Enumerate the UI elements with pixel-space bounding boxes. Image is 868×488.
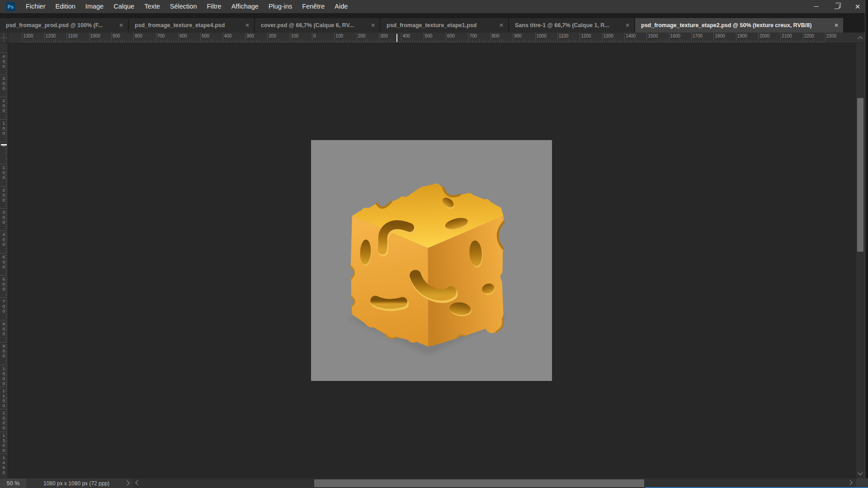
document-tab-6[interactable]: psd_fromage_texture_etape2.psd @ 50% (te… (635, 18, 843, 33)
v-ruler-tick (5, 137, 7, 137)
h-ruler-tick (55, 39, 56, 42)
h-ruler-label: 1300 (604, 33, 613, 38)
v-ruler-tick (5, 260, 7, 260)
v-ruler-tick (0, 432, 7, 432)
h-ruler-tick (441, 41, 442, 42)
menu-item-edition[interactable]: Edition (51, 0, 80, 13)
document-canvas[interactable] (311, 140, 552, 381)
document-dimensions: 1080 px x 1080 px (72 ppp) (43, 480, 109, 487)
tab-close-icon[interactable]: ✕ (830, 22, 843, 28)
scroll-right-button[interactable] (846, 479, 854, 487)
h-ruler-tick (519, 41, 520, 42)
v-ruler-tick (5, 235, 7, 235)
h-ruler-tick (89, 33, 90, 42)
scroll-down-button[interactable] (856, 469, 864, 477)
restore-button[interactable] (826, 0, 847, 13)
tab-close-icon[interactable]: ✕ (241, 22, 254, 28)
h-ruler-tick (615, 41, 616, 42)
h-ruler-tick (292, 41, 292, 42)
menu-item-calque[interactable]: Calque (108, 0, 139, 13)
h-ruler-tick (741, 41, 741, 42)
document-tab-1[interactable]: psd_fromage_prod.psd @ 100% (F...✕ (0, 18, 128, 33)
tab-close-icon[interactable]: ✕ (367, 22, 380, 28)
h-ruler-tick (354, 41, 355, 42)
h-ruler-tick (780, 33, 781, 42)
ruler-origin-box[interactable] (0, 33, 8, 43)
menu-item-plug-ins[interactable]: Plug-ins (264, 0, 297, 13)
v-ruler-tick (5, 411, 7, 412)
menu-item-image[interactable]: Image (80, 0, 108, 13)
h-ruler-tick (760, 41, 761, 42)
menu-item-aide[interactable]: Aide (330, 0, 353, 13)
h-ruler-label: 900 (113, 33, 120, 38)
h-ruler-tick (443, 41, 444, 42)
v-ruler-tick (5, 115, 7, 115)
v-ruler-tick (0, 253, 7, 253)
v-ruler-tick (5, 338, 7, 338)
document-tab-3[interactable]: cover.psd @ 66,7% (Calque 6, RV...✕ (255, 18, 380, 33)
v-ruler-tick (5, 389, 7, 389)
h-ruler-label: 2000 (760, 33, 769, 38)
menu-item-s-lection[interactable]: Sélection (165, 0, 202, 13)
h-ruler-tick (591, 39, 591, 42)
restore-icon (835, 4, 840, 9)
menu-item-filtre[interactable]: Filtre (202, 0, 226, 13)
v-ruler-tick (5, 90, 7, 90)
v-ruler-tick (5, 249, 7, 249)
h-ruler-tick (203, 41, 203, 42)
h-ruler-tick (484, 41, 484, 42)
v-ruler-tick (4, 264, 7, 264)
menu-item-fen-tre[interactable]: Fenêtre (297, 0, 330, 13)
h-ruler-tick (28, 41, 29, 42)
tab-close-icon[interactable]: ✕ (115, 22, 128, 28)
scroll-up-button[interactable] (856, 34, 864, 42)
h-ruler-label: 0 (313, 33, 316, 38)
document-tab-4[interactable]: psd_fromage_texture_etape1.psd✕ (381, 18, 508, 33)
h-ruler-label: 1300 (23, 33, 33, 38)
v-ruler-tick (5, 193, 7, 193)
h-ruler-tick (252, 41, 252, 42)
h-ruler-tick (747, 39, 747, 42)
v-ruler-tick (5, 302, 7, 302)
h-ruler-tick (129, 41, 129, 42)
h-ruler-tick (214, 41, 214, 42)
h-ruler-tick (517, 41, 518, 42)
menu-item-fichier[interactable]: Fichier (21, 0, 51, 13)
h-ruler-tick (821, 41, 821, 42)
v-ruler-tick (4, 63, 7, 64)
vertical-ruler[interactable]: 4003002001000100200300400500600700800900… (0, 43, 8, 478)
vertical-scrollbar[interactable] (856, 43, 865, 478)
h-ruler-tick (247, 41, 248, 42)
tab-close-icon[interactable]: ✕ (622, 22, 634, 28)
v-ruler-tick (5, 322, 7, 323)
h-ruler-tick (265, 41, 265, 42)
v-ruler-tick (5, 246, 7, 247)
h-ruler-label: 1600 (670, 33, 680, 38)
horizontal-ruler[interactable]: 1300120011001000900800700600500400300200… (8, 33, 868, 43)
v-ruler-tick (5, 179, 7, 180)
menu-item-texte[interactable]: Texte (139, 0, 165, 13)
ruler-origin-crosshair-v (4, 33, 4, 42)
h-ruler-tick (408, 41, 408, 42)
h-ruler-tick (613, 39, 613, 42)
scroll-left-button[interactable] (133, 479, 141, 487)
status-menu-chevron-icon[interactable] (124, 480, 129, 485)
h-ruler-tick (640, 41, 640, 42)
v-ruler-tick (0, 97, 7, 97)
horizontal-scrollbar-thumb[interactable] (314, 479, 644, 487)
tab-close-icon[interactable]: ✕ (495, 22, 508, 28)
v-ruler-tick (5, 433, 7, 434)
document-tab-2[interactable]: psd_fromage_texture_etape4.psd✕ (129, 18, 254, 33)
v-ruler-tick (5, 161, 7, 162)
menu-item-affichage[interactable]: Affichage (226, 0, 264, 13)
document-tab-5[interactable]: Sans titre-1 @ 66,7% (Calque 1, R...✕ (509, 18, 634, 33)
vertical-scrollbar-thumb[interactable] (857, 98, 863, 252)
h-ruler-tick (298, 41, 299, 42)
document-info-field[interactable]: 1080 px x 1080 px (72 ppp) (26, 479, 133, 488)
horizontal-scrollbar[interactable] (133, 479, 856, 488)
zoom-level-field[interactable]: 50 % (0, 479, 26, 488)
h-ruler-tick (107, 41, 107, 42)
minimize-button[interactable] (806, 0, 826, 13)
h-ruler-tick (569, 39, 569, 42)
h-ruler-tick (595, 41, 596, 42)
